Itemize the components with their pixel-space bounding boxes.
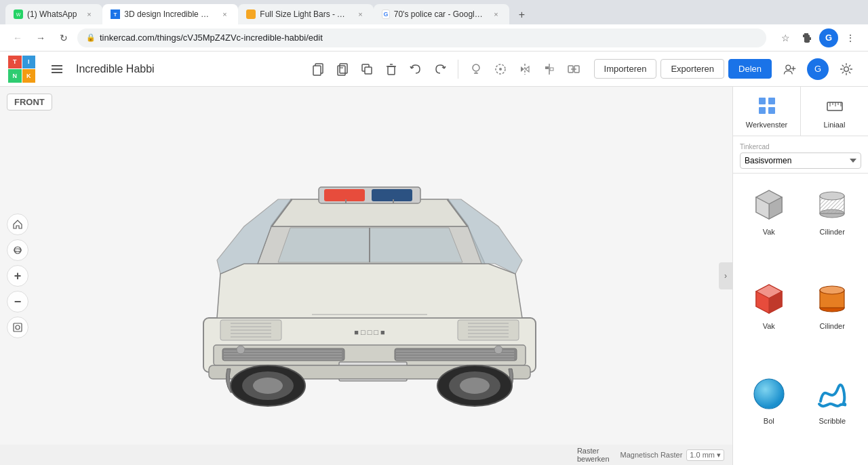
svg-rect-86 xyxy=(768,107,775,114)
svg-point-62 xyxy=(237,346,245,354)
shape-icon-scribble xyxy=(812,373,852,414)
reload-button[interactable]: ↻ xyxy=(54,28,73,47)
svg-rect-37 xyxy=(14,323,22,331)
home-view-button[interactable] xyxy=(7,214,28,235)
svg-marker-23 xyxy=(521,66,524,72)
tab-title-tinkercad: 3D design Incredible Habbi | Tin... xyxy=(124,9,212,19)
shape-icon-cilinder-gray xyxy=(812,184,852,225)
svg-rect-27 xyxy=(550,68,553,70)
svg-text:T: T xyxy=(114,12,117,18)
duplicate-button[interactable] xyxy=(356,58,378,80)
navigation-toolbar: ← → ↻ 🔒 tinkercad.com/things/cVJ5MpZ4ZVc… xyxy=(0,24,868,52)
fit-all-button[interactable] xyxy=(7,317,28,338)
close-tab-tinkercad[interactable]: × xyxy=(219,9,230,20)
extension-puzzle-button[interactable] xyxy=(797,28,816,47)
favicon-tinkercad: T xyxy=(111,9,120,19)
panel-collapse-handle[interactable]: › xyxy=(719,262,732,289)
logo-t: T xyxy=(8,56,22,69)
svg-rect-4 xyxy=(52,65,62,66)
settings-button[interactable] xyxy=(833,56,860,83)
svg-point-63 xyxy=(494,346,502,354)
add-user-button[interactable] xyxy=(776,56,803,83)
zoom-out-button[interactable]: − xyxy=(7,291,28,312)
tab-title-whatsapp: (1) WhatsApp xyxy=(27,9,77,19)
svg-point-101 xyxy=(820,192,844,200)
close-tab-whatsapp[interactable]: × xyxy=(83,9,94,20)
shape-vak-red[interactable]: Vak xyxy=(740,275,798,363)
right-panel: Werkvenster Liniaal xyxy=(732,87,868,465)
tab-whatsapp[interactable]: W (1) WhatsApp × xyxy=(5,4,102,24)
svg-point-66 xyxy=(253,378,283,394)
lightbulb-button[interactable] xyxy=(465,58,487,80)
panel-dropdown-area: Tinkercad Basisvormen xyxy=(733,136,868,174)
logo-n: N xyxy=(8,69,22,83)
left-controls: + − xyxy=(7,214,28,338)
browser-chrome: W (1) WhatsApp × T 3D design Incredible … xyxy=(0,0,868,52)
tab-google[interactable]: G 70's police car - Google Zoeken × xyxy=(374,4,509,24)
svg-rect-85 xyxy=(759,107,766,114)
back-button[interactable]: ← xyxy=(8,28,27,47)
profile-button[interactable]: G xyxy=(819,28,838,47)
exporteren-button[interactable]: Exporteren xyxy=(660,59,724,79)
close-tab-google[interactable]: × xyxy=(490,9,501,20)
tinkercad-logo[interactable]: T I N K xyxy=(8,56,35,83)
svg-point-34 xyxy=(844,66,849,71)
mirror-button[interactable] xyxy=(514,58,536,80)
shape-vak-gray[interactable]: Vak xyxy=(740,180,798,269)
tab-bar: W (1) WhatsApp × T 3D design Incredible … xyxy=(0,0,868,24)
paste-button[interactable] xyxy=(332,58,353,80)
copy-button[interactable] xyxy=(307,58,329,80)
logo-i: I xyxy=(22,56,36,69)
menu-button[interactable]: ⋮ xyxy=(841,28,860,47)
werkvenster-tool[interactable]: Werkvenster xyxy=(733,87,801,136)
svg-point-38 xyxy=(16,325,20,329)
zoom-in-button[interactable]: + xyxy=(7,265,28,287)
raster-value-dropdown[interactable]: 1.0 mm ▾ xyxy=(686,449,724,461)
tab-fullsize[interactable]: Full Size Light Bars - Antique Wa... × xyxy=(238,4,374,24)
svg-rect-14 xyxy=(388,66,395,75)
address-bar[interactable]: 🔒 tinkercad.com/things/cVJ5MpZ4ZVc-incre… xyxy=(77,28,766,47)
werkvenster-label: Werkvenster xyxy=(746,121,788,129)
werkvenster-icon xyxy=(755,94,779,118)
tab-title-google: 70's police car - Google Zoeken xyxy=(394,9,484,19)
magnetic-raster-label: Magnetisch Raster xyxy=(620,451,683,459)
svg-text:■ □ □ □ ■: ■ □ □ □ ■ xyxy=(354,328,384,336)
shape-scribble[interactable]: Scribble xyxy=(804,369,862,458)
redo-button[interactable] xyxy=(429,58,451,80)
toolbar-icons: ☆ G ⋮ xyxy=(776,28,860,47)
shape-cilinder-gray[interactable]: Cilinder xyxy=(804,180,862,269)
app-header: T I N K Incredible Habbi xyxy=(0,52,868,87)
car-model: ■ □ □ □ ■ xyxy=(108,138,624,423)
user-profile-button[interactable]: G xyxy=(807,58,829,80)
svg-rect-6 xyxy=(52,72,62,73)
shape-bol-blue[interactable]: Bol xyxy=(740,369,798,458)
importeren-button[interactable]: Importeren xyxy=(594,59,657,79)
app-area: T I N K Incredible Habbi xyxy=(0,52,868,465)
snap-button[interactable] xyxy=(490,58,511,80)
bookmark-star-button[interactable]: ☆ xyxy=(776,28,795,47)
close-tab-fullsize[interactable]: × xyxy=(355,9,366,20)
orbit-button[interactable] xyxy=(7,239,28,261)
tinkercad-label: Tinkercad xyxy=(740,143,861,150)
new-tab-button[interactable]: + xyxy=(512,5,531,24)
panel-top-tools: Werkvenster Liniaal xyxy=(733,87,868,136)
menu-hamburger-button[interactable] xyxy=(43,56,71,83)
tab-title-fullsize: Full Size Light Bars - Antique Wa... xyxy=(260,9,348,19)
shape-label-cilinder-orange: Cilinder xyxy=(820,322,845,330)
basisvormen-select[interactable]: Basisvormen xyxy=(740,153,861,169)
group-button[interactable] xyxy=(563,58,585,80)
delete-button[interactable] xyxy=(380,58,402,80)
liniaal-tool[interactable]: Liniaal xyxy=(801,87,868,136)
tab-tinkercad[interactable]: T 3D design Incredible Habbi | Tin... × xyxy=(102,4,238,24)
svg-rect-5 xyxy=(52,68,62,70)
shape-icon-bol-blue xyxy=(749,373,789,414)
svg-point-21 xyxy=(499,68,502,70)
raster-edit-button[interactable]: Raster bewerken xyxy=(577,447,610,463)
viewport[interactable]: FRONT + − xyxy=(0,87,732,465)
undo-button[interactable] xyxy=(405,58,427,80)
align-button[interactable] xyxy=(538,58,560,80)
delen-button[interactable]: Delen xyxy=(728,59,772,79)
shapes-grid: Vak xyxy=(733,174,868,465)
forward-button[interactable]: → xyxy=(31,28,50,47)
shape-cilinder-orange[interactable]: Cilinder xyxy=(804,275,862,363)
